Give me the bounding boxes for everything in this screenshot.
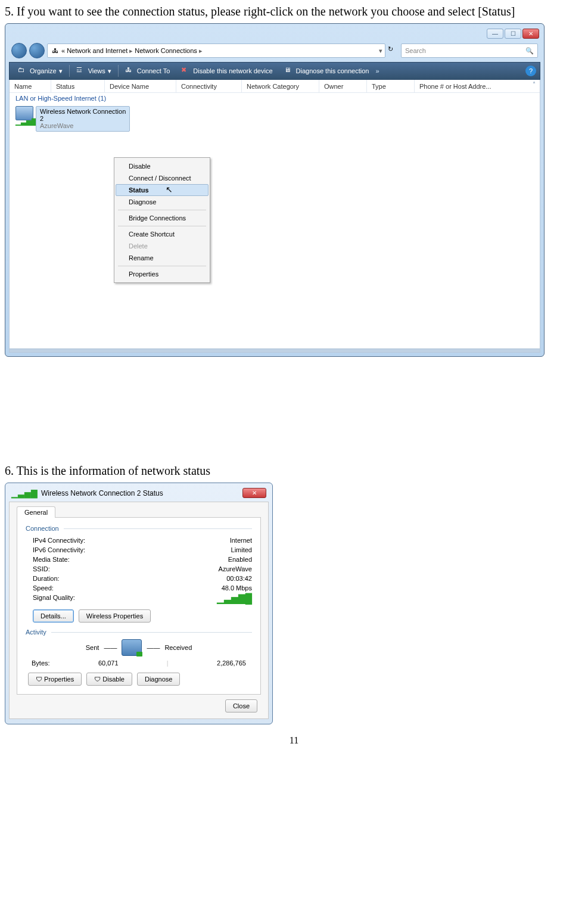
dialog-title: Wireless Network Connection 2 Status	[41, 489, 239, 497]
col-category: Network Category	[242, 80, 319, 92]
chevron-right-icon: ▸	[199, 47, 203, 55]
search-icon: 🔍	[525, 47, 534, 55]
disable-icon: ✖	[181, 66, 191, 76]
ctx-shortcut[interactable]: Create Shortcut	[116, 228, 209, 240]
refresh-button[interactable]: ↻	[388, 45, 399, 56]
diagnose-button[interactable]: 🖥Diagnose this connection	[279, 64, 374, 78]
signal-bars-icon: ▁▃▅▇█	[217, 594, 252, 603]
ssid-value: AzureWave	[219, 565, 252, 572]
back-button[interactable]	[11, 43, 27, 58]
views-button[interactable]: ☲Views ▾	[71, 64, 116, 78]
diagnose-icon: 🖥	[284, 66, 294, 76]
network-item-selected[interactable]: Wireless Network Connection 2 AzureWave	[36, 106, 130, 132]
disable-device-button[interactable]: ✖Disable this network device	[176, 64, 277, 78]
bytes-sent: 60,071	[98, 659, 119, 667]
forward-button[interactable]	[29, 43, 45, 58]
speed-value: 48.0 Mbps	[222, 584, 252, 592]
ctx-status[interactable]: Status	[116, 184, 209, 196]
activity-icon	[122, 639, 142, 656]
col-phone: Phone # or Host Addre...	[415, 80, 540, 92]
disable-button[interactable]: 🛡 Disable	[86, 673, 132, 686]
media-value: Enabled	[228, 556, 252, 563]
sent-label: Sent	[86, 644, 99, 651]
maximize-button[interactable]: ☐	[505, 29, 521, 39]
signal-icon: ▁▃▅▇	[11, 489, 38, 497]
connect-to-button[interactable]: 🖧Connect To	[120, 64, 175, 78]
organize-icon: 🗀	[18, 66, 27, 76]
minimize-button[interactable]: —	[487, 29, 503, 39]
tab-general[interactable]: General	[17, 506, 55, 518]
ctx-delete: Delete	[116, 240, 209, 252]
ctx-disable[interactable]: Disable	[116, 160, 209, 172]
chevron-right-icon: ▸	[129, 47, 133, 55]
speed-label: Speed:	[33, 584, 54, 592]
ctx-properties[interactable]: Properties	[116, 268, 209, 280]
network-connections-window: — ☐ ✕ 🖧 « Network and Internet ▸ Network…	[5, 23, 545, 357]
cursor-icon: ↖	[166, 185, 173, 194]
ipv4-label: IPv4 Connectivity:	[33, 537, 85, 544]
search-placeholder: Search	[405, 47, 426, 54]
bytes-received: 2,286,765	[217, 659, 246, 667]
properties-button[interactable]: 🛡 Properties	[28, 673, 82, 686]
page-number: 11	[5, 735, 583, 746]
close-button[interactable]: Close	[225, 699, 257, 712]
scroll-up-icon[interactable]: ˄	[529, 81, 539, 91]
close-button[interactable]: ✕	[522, 29, 539, 39]
ssid-label: SSID:	[33, 565, 50, 572]
column-headers[interactable]: Name Status Device Name Connectivity Net…	[10, 80, 540, 93]
instruction-step-5: 5. If you want to see the connection sta…	[5, 5, 583, 18]
group-connection: Connection	[26, 525, 59, 532]
status-dialog: ▁▃▅▇ Wireless Network Connection 2 Statu…	[5, 483, 273, 724]
command-bar: 🗀Organize ▾ ☲Views ▾ 🖧Connect To ✖Disabl…	[9, 62, 540, 80]
col-name: Name	[10, 80, 51, 92]
duration-value: 00:03:42	[226, 575, 252, 582]
dropdown-icon[interactable]: ▾	[379, 47, 382, 55]
ipv4-value: Internet	[230, 537, 252, 544]
ctx-rename[interactable]: Rename	[116, 252, 209, 264]
help-button[interactable]: ?	[525, 66, 536, 76]
col-type: Type	[367, 80, 415, 92]
context-menu: Disable Connect / Disconnect Status Diag…	[114, 157, 210, 283]
bytes-label: Bytes:	[32, 659, 50, 667]
organize-button[interactable]: 🗀Organize ▾	[13, 64, 67, 78]
ctx-connect[interactable]: Connect / Disconnect	[116, 172, 209, 184]
ctx-diagnose[interactable]: Diagnose	[116, 196, 209, 208]
group-activity: Activity	[26, 628, 46, 636]
group-header[interactable]: LAN or High-Speed Internet (1)	[10, 93, 540, 104]
search-input[interactable]: Search 🔍	[401, 43, 538, 58]
media-label: Media State:	[33, 556, 70, 563]
breadcrumb-leaf[interactable]: Network Connections	[135, 47, 197, 54]
diagnose-button[interactable]: Diagnose	[137, 673, 180, 686]
col-connectivity: Connectivity	[176, 80, 242, 92]
instruction-step-6: 6. This is the information of network st…	[5, 464, 583, 478]
wireless-properties-button[interactable]: Wireless Properties	[79, 609, 151, 623]
signal-label: Signal Quality:	[33, 594, 75, 603]
details-pane	[10, 349, 540, 352]
breadcrumb[interactable]: 🖧 « Network and Internet ▸ Network Conne…	[47, 43, 385, 58]
ipv6-value: Limited	[231, 546, 252, 553]
col-status: Status	[51, 80, 105, 92]
network-icon: 🖧	[50, 46, 60, 55]
adapter-icon: ▁▃▅▇	[15, 106, 36, 125]
ipv6-label: IPv6 Connectivity:	[33, 546, 85, 553]
details-button[interactable]: Details...	[33, 609, 74, 623]
received-label: Received	[164, 644, 192, 651]
connect-icon: 🖧	[125, 66, 135, 76]
ctx-bridge[interactable]: Bridge Connections	[116, 212, 209, 224]
breadcrumb-root[interactable]: « Network and Internet	[61, 47, 127, 54]
col-device: Device Name	[105, 80, 176, 92]
duration-label: Duration:	[33, 575, 60, 582]
dialog-close-x[interactable]: ✕	[242, 488, 266, 498]
views-icon: ☲	[76, 66, 86, 76]
col-owner: Owner	[319, 80, 367, 92]
